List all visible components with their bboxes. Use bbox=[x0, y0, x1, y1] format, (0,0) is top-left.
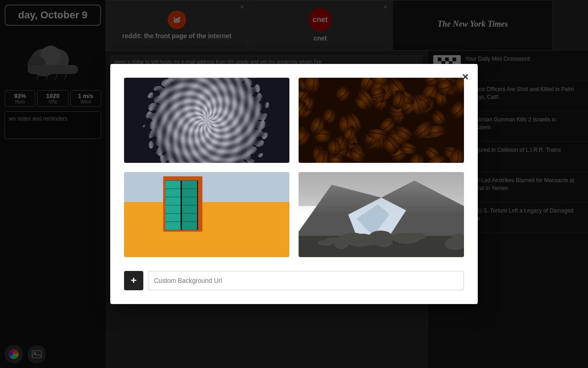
plus-icon: + bbox=[131, 275, 137, 287]
url-input[interactable] bbox=[148, 271, 464, 290]
modal-close-button[interactable]: × bbox=[462, 71, 469, 82]
bg-image-4[interactable] bbox=[299, 172, 464, 257]
image-grid bbox=[124, 78, 464, 257]
modal-overlay[interactable]: × + bbox=[0, 0, 588, 368]
add-url-button[interactable]: + bbox=[124, 271, 143, 290]
bg-image-2[interactable] bbox=[299, 78, 464, 163]
background-picker-modal: × + bbox=[110, 64, 478, 304]
url-row: + bbox=[124, 271, 464, 290]
bg-image-1[interactable] bbox=[124, 78, 289, 163]
bg-image-3[interactable] bbox=[124, 172, 289, 257]
